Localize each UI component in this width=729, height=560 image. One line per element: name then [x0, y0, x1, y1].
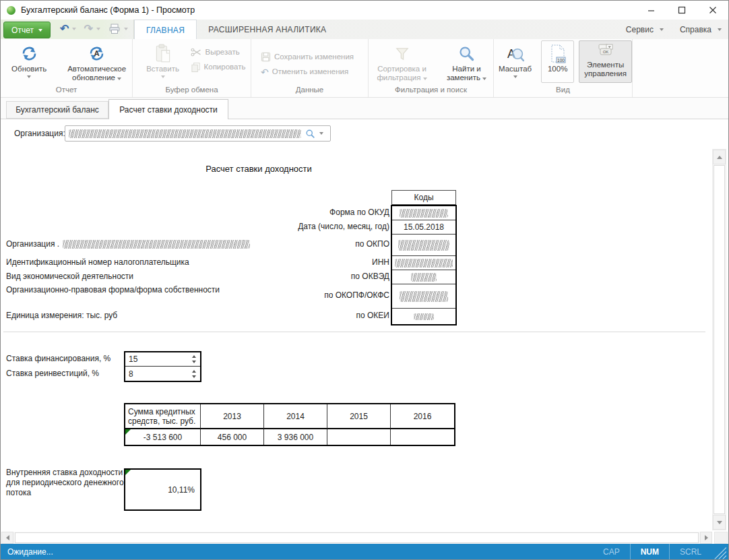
funnel-icon — [393, 42, 411, 65]
horizontal-scroll-thumb[interactable] — [15, 532, 699, 543]
zoom-100-label: 100% — [548, 65, 567, 73]
undo-caret-icon[interactable] — [72, 28, 76, 30]
minimize-button[interactable] — [635, 1, 666, 20]
caret-down-icon — [27, 75, 31, 78]
ribbon-group-filter-search: Сортировка и фильтрация Найти и заменить… — [369, 39, 494, 97]
arrow-up-icon — [717, 156, 722, 159]
ok-button-icon: OK — [594, 43, 617, 61]
rate-spinners: 15 8 — [124, 351, 201, 382]
ribbon: Обновить A Автоматическое обновление Отч… — [1, 39, 728, 98]
vertical-scrollbar[interactable] — [712, 149, 726, 530]
auto-refresh-label: Автоматическое обновление — [64, 65, 129, 82]
paste-button[interactable]: Вставить — [138, 40, 188, 78]
redacted-value — [400, 291, 448, 302]
redo-icon[interactable]: ↷ — [84, 24, 92, 34]
caret-down-icon — [482, 77, 486, 80]
tab-glavnaya-label: ГЛАВНАЯ — [146, 26, 185, 35]
title-bar: Бухгалтерский баланс (Форма 1) - Просмот… — [1, 1, 728, 20]
scroll-lock-indicator: SCRL — [670, 547, 711, 557]
print-icon[interactable] — [108, 24, 121, 34]
financing-rate-label: Ставка финансирования, % — [6, 351, 110, 365]
caret-down-icon[interactable] — [319, 132, 323, 135]
print-caret-icon[interactable] — [124, 28, 128, 30]
paste-label: Вставить — [146, 65, 179, 73]
ribbon-filler — [633, 39, 728, 97]
scroll-up-button[interactable] — [713, 150, 726, 164]
maximize-button[interactable] — [666, 1, 697, 20]
find-replace-button[interactable]: Найти и заменить — [441, 40, 493, 82]
irr-value: 10,11% — [168, 485, 195, 495]
quick-access-toolbar-row: Отчет ↶ ↷ ГЛАВНАЯ РАСШИРЕННАЯ АНАЛИТИКА … — [1, 20, 728, 39]
spinner-down-icon[interactable] — [192, 361, 196, 363]
org-row-label: Организация . — [6, 239, 59, 249]
credit-cell-2016[interactable] — [391, 429, 454, 445]
code-label-okved: по ОКВЭД — [351, 272, 389, 281]
arrow-left-icon — [6, 535, 9, 540]
zoom-100-button[interactable]: 100 100% — [541, 40, 574, 83]
credit-cell-2013[interactable]: 456 000 — [201, 429, 264, 445]
search-icon[interactable] — [305, 129, 315, 139]
spinner-up-icon[interactable] — [192, 370, 196, 373]
undo-changes-button[interactable]: ↶ Отменить изменения — [261, 65, 348, 80]
document-tabs: Бухгалтерский баланс Расчет ставки доход… — [1, 98, 728, 119]
scroll-right-button[interactable] — [700, 532, 712, 544]
group-label-report: Отчет — [1, 86, 132, 97]
horizontal-scrollbar[interactable] — [1, 532, 712, 544]
financing-rate-spinner[interactable]: 15 — [125, 352, 200, 367]
undo-icon[interactable]: ↶ — [60, 24, 69, 34]
caret-down-icon — [161, 75, 165, 78]
menu-servis[interactable]: Сервис — [626, 25, 664, 34]
redo-caret-icon[interactable] — [96, 28, 100, 30]
cut-label: Вырезать — [205, 48, 240, 57]
scroll-down-button[interactable] — [713, 515, 726, 530]
controls-label: Элементы управления — [581, 61, 630, 78]
credit-cell-2014[interactable]: 3 936 000 — [264, 429, 327, 445]
save-changes-button[interactable]: Сохранить изменения — [261, 50, 354, 65]
menu-spravka-label: Справка — [680, 25, 711, 34]
codes-cell-okopf — [392, 284, 455, 309]
copy-button[interactable]: Копировать — [191, 59, 246, 74]
spinner-up-icon[interactable] — [192, 355, 196, 358]
okved-row-label: Вид экономической деятельности — [6, 272, 133, 281]
redacted-value — [400, 209, 448, 218]
report-menu-button[interactable]: Отчет — [3, 22, 51, 38]
copy-icon — [191, 62, 201, 72]
close-button[interactable] — [697, 1, 728, 20]
maximize-icon — [678, 6, 686, 14]
reinvest-rate-value[interactable]: 8 — [129, 369, 190, 379]
cell-marker-icon — [125, 470, 131, 475]
codes-cell-okved — [392, 270, 455, 284]
sort-filter-button[interactable]: Сортировка и фильтрация — [369, 40, 435, 82]
tab-rasshirennaya-analitika[interactable]: РАСШИРЕННАЯ АНАЛИТИКА — [197, 20, 338, 39]
zoom-button[interactable]: A Масштаб — [494, 40, 536, 78]
status-bar: Ожидание... CAP NUM SCRL — [1, 544, 728, 560]
cut-button[interactable]: Вырезать — [191, 44, 246, 59]
scroll-left-button[interactable] — [1, 532, 13, 544]
resize-grip[interactable] — [714, 547, 726, 559]
menu-spravka[interactable]: Справка — [680, 25, 722, 34]
controls-button[interactable]: OK Элементы управления — [579, 40, 632, 83]
quick-access-icons: ↶ ↷ — [60, 21, 128, 37]
tab-glavnaya[interactable]: ГЛАВНАЯ — [134, 20, 197, 40]
credit-cell-2015[interactable] — [327, 429, 391, 445]
refresh-button[interactable]: Обновить — [1, 40, 57, 78]
credit-cell-total[interactable]: -3 513 600 — [125, 429, 201, 445]
codes-row: Идентификационный номер налогоплательщик… — [6, 255, 389, 269]
codes-row: Организационно-правовая форма/форма собс… — [6, 283, 389, 307]
close-icon — [709, 6, 717, 14]
auto-refresh-button[interactable]: A Автоматическое обновление — [61, 40, 132, 82]
organization-combobox[interactable] — [65, 125, 331, 142]
reinvest-rate-spinner[interactable]: 8 — [125, 367, 200, 381]
doc-tab-balance[interactable]: Бухгалтерский баланс — [6, 101, 108, 119]
ribbon-group-clipboard: Вставить Вырезать Копировать — [133, 39, 251, 97]
doc-tab-rate-calc[interactable]: Расчет ставки доходности — [108, 99, 228, 119]
codes-table: 15.05.2018 — [391, 205, 457, 325]
credit-header-2016: 2016 — [391, 404, 454, 429]
cell-marker-icon — [125, 429, 131, 435]
credit-header-col0: Сумма кредитных средств, тыс. руб. — [125, 404, 201, 429]
spinner-down-icon[interactable] — [192, 375, 196, 378]
vertical-scroll-thumb[interactable] — [714, 165, 725, 514]
financing-rate-value[interactable]: 15 — [129, 354, 190, 364]
group-label-clipboard: Буфер обмена — [133, 86, 251, 97]
report-menu-label: Отчет — [11, 26, 34, 35]
